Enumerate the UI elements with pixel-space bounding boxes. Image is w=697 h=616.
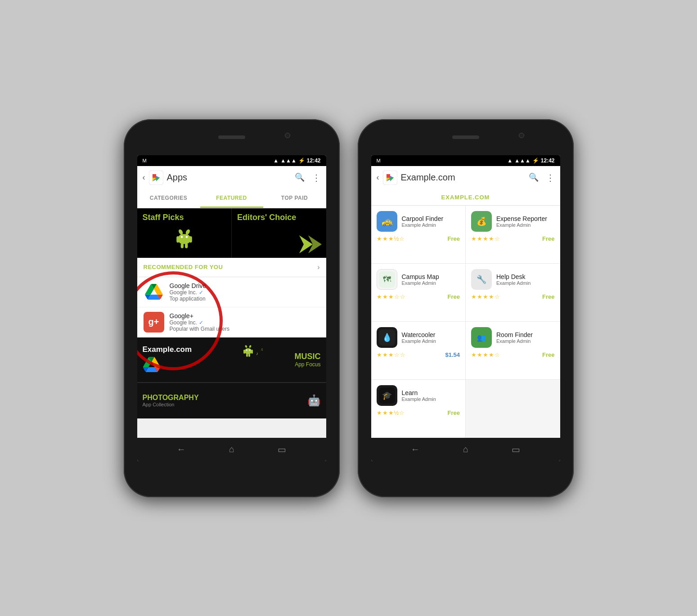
roomfinder-svg: 👥 bbox=[473, 329, 490, 346]
screen-2: M ▲ ▲▲▲ ⚡ 12:42 ‹ Example.com 🔍 bbox=[371, 155, 560, 461]
grid-cell-watercooler[interactable]: 💧 Watercooler Example Admin ★★★☆☆ $1.54 bbox=[371, 322, 466, 379]
grid-cell-roomfinder[interactable]: 👥 Room Finder Example Admin ★★★★☆ Free bbox=[466, 322, 560, 379]
drive-tag: Top application bbox=[170, 296, 320, 302]
svg-rect-11 bbox=[176, 236, 179, 243]
watercooler-name: Watercooler bbox=[402, 331, 436, 338]
recent-button-1[interactable]: ▭ bbox=[278, 444, 286, 455]
status-right-2: ▲ ▲▲▲ ⚡ 12:42 bbox=[507, 157, 554, 164]
promo-example[interactable]: Example.com bbox=[137, 337, 326, 382]
watercooler-icon: 💧 bbox=[377, 327, 397, 348]
store-back-icon[interactable]: ‹ bbox=[377, 173, 379, 182]
back-icon-1[interactable]: ‹ bbox=[143, 173, 145, 182]
carpool-dev: Example Admin bbox=[402, 222, 444, 228]
search-icon-1[interactable]: 🔍 bbox=[295, 172, 305, 183]
speaker-2 bbox=[452, 135, 479, 139]
gplus-info: Google+ Google Inc. ✓ Popular with Gmail… bbox=[170, 312, 320, 332]
store-menu-icon[interactable]: ⋮ bbox=[546, 172, 555, 183]
phone-top-2 bbox=[358, 119, 574, 155]
svg-rect-24 bbox=[246, 354, 248, 357]
home-button-1[interactable]: ⌂ bbox=[229, 444, 234, 454]
learn-info: Learn Example Admin bbox=[402, 389, 436, 402]
helpdesk-icon: 🔧 bbox=[471, 269, 492, 290]
verify-badge-gplus: ✓ bbox=[199, 319, 203, 326]
svg-text:💧: 💧 bbox=[382, 333, 392, 342]
list-item-google-plus[interactable]: g+ Google+ Google Inc. ✓ Popular with Gm… bbox=[137, 307, 326, 337]
drive-logo bbox=[145, 284, 163, 300]
status-bar-2: M ▲ ▲▲▲ ⚡ 12:42 bbox=[371, 155, 560, 166]
campus-svg: 🗺 bbox=[379, 271, 395, 288]
editors-choice-banner[interactable]: Editors' Choice bbox=[232, 208, 326, 258]
roomfinder-dev: Example Admin bbox=[496, 338, 533, 344]
tab-featured[interactable]: FEATURED bbox=[200, 189, 263, 208]
app-bar-1: ‹ Apps 🔍 ⋮ bbox=[137, 166, 326, 189]
svg-text:🗺: 🗺 bbox=[383, 275, 391, 284]
carpool-stars: ★★★½☆ bbox=[377, 235, 405, 242]
carpool-price: Free bbox=[448, 235, 460, 242]
home-button-2[interactable]: ⌂ bbox=[463, 444, 468, 454]
svg-rect-8 bbox=[178, 234, 190, 244]
campus-stars: ★★★☆☆ bbox=[377, 293, 406, 300]
svg-text:🎓: 🎓 bbox=[382, 391, 392, 400]
tab-top-paid[interactable]: TOP PAID bbox=[263, 189, 326, 208]
helpdesk-stars: ★★★★☆ bbox=[471, 293, 500, 300]
status-bar-1: M ▲ ▲▲▲ ⚡ 12:42 bbox=[137, 155, 326, 166]
expense-info: Expense Reporter Example Admin bbox=[496, 215, 547, 228]
svg-point-10 bbox=[185, 236, 188, 238]
helpdesk-info: Help Desk Example Admin bbox=[496, 273, 531, 286]
play-logo-1 bbox=[149, 171, 163, 185]
grid-cell-helpdesk[interactable]: 🔧 Help Desk Example Admin ★★★★☆ Free bbox=[466, 264, 560, 321]
camera-2 bbox=[519, 133, 524, 138]
store-search-icon[interactable]: 🔍 bbox=[529, 172, 539, 183]
google-plus-icon: g+ bbox=[144, 312, 164, 333]
photo-info: PHOTOGRAPHY App Collection bbox=[143, 394, 307, 407]
staff-picks-banner[interactable]: Staff Picks bbox=[137, 208, 232, 258]
banner-section-1: Staff Picks Editors' C bbox=[137, 208, 326, 258]
grid-cell-expense[interactable]: 💰 Expense Reporter Example Admin ★★★★☆ F… bbox=[466, 206, 560, 263]
list-item-google-drive[interactable]: Google Drive Google Inc. ✓ Top applicati… bbox=[137, 277, 326, 307]
campus-icon: 🗺 bbox=[377, 269, 397, 290]
helpdesk-svg: 🔧 bbox=[473, 271, 490, 288]
recommended-title: RECOMMENDED FOR YOU bbox=[144, 264, 223, 270]
recommended-header[interactable]: RECOMMENDED FOR YOU › bbox=[137, 258, 326, 277]
android-music: ♪ ♫ bbox=[236, 342, 272, 378]
photo-android: 🤖 bbox=[307, 394, 321, 407]
svg-point-9 bbox=[180, 236, 183, 238]
campus-bottom: ★★★☆☆ Free bbox=[377, 293, 460, 300]
recommended-chevron: › bbox=[317, 263, 319, 271]
staff-picks-title: Staff Picks bbox=[143, 213, 184, 222]
carpool-bottom: ★★★½☆ Free bbox=[377, 235, 460, 242]
phone-1: M ▲ ▲▲▲ ⚡ 12:42 ‹ Apps 🔍 ⋮ bbox=[124, 119, 340, 497]
helpdesk-dev: Example Admin bbox=[496, 280, 531, 286]
expense-icon: 💰 bbox=[471, 211, 492, 232]
roomfinder-price: Free bbox=[542, 351, 554, 358]
battery-icon-1: ⚡ bbox=[298, 157, 305, 164]
battery-icon-2: ⚡ bbox=[532, 157, 539, 164]
phone-top-1 bbox=[124, 119, 340, 155]
status-left-1: M bbox=[143, 158, 147, 163]
helpdesk-name: Help Desk bbox=[496, 273, 531, 280]
recent-button-2[interactable]: ▭ bbox=[512, 444, 520, 455]
svg-text:💰: 💰 bbox=[477, 216, 487, 226]
promo-center-androids: ♪ ♫ bbox=[219, 342, 289, 378]
svg-rect-19 bbox=[245, 348, 252, 354]
campus-dev: Example Admin bbox=[402, 280, 439, 286]
drive-icon bbox=[144, 282, 164, 302]
tab-categories[interactable]: CATEGORIES bbox=[137, 189, 200, 208]
svg-text:♫: ♫ bbox=[261, 347, 263, 351]
app-bar-title-1: Apps bbox=[167, 172, 295, 183]
grid-cell-carpool[interactable]: 🚕 Carpool Finder Example Admin ★★★½☆ Fre… bbox=[371, 206, 466, 263]
grid-cell-learn[interactable]: 🎓 Learn Example Admin ★★★½☆ Free bbox=[371, 380, 466, 437]
svg-point-20 bbox=[246, 350, 247, 351]
back-button-1[interactable]: ← bbox=[177, 444, 186, 454]
watercooler-svg: 💧 bbox=[379, 329, 395, 346]
drive-name: Google Drive bbox=[170, 282, 320, 289]
learn-price: Free bbox=[448, 409, 460, 416]
expense-name: Expense Reporter bbox=[496, 215, 547, 222]
store-title: Example.com bbox=[401, 172, 529, 183]
photography-banner[interactable]: PHOTOGRAPHY App Collection 🤖 bbox=[137, 382, 326, 418]
back-button-2[interactable]: ← bbox=[411, 444, 420, 454]
signal-icon-1: ▲▲▲ bbox=[280, 157, 297, 164]
grid-cell-campus[interactable]: 🗺 Campus Map Example Admin ★★★☆☆ Free bbox=[371, 264, 466, 321]
menu-icon-1[interactable]: ⋮ bbox=[312, 172, 321, 183]
screen-1: M ▲ ▲▲▲ ⚡ 12:42 ‹ Apps 🔍 ⋮ bbox=[137, 155, 326, 461]
